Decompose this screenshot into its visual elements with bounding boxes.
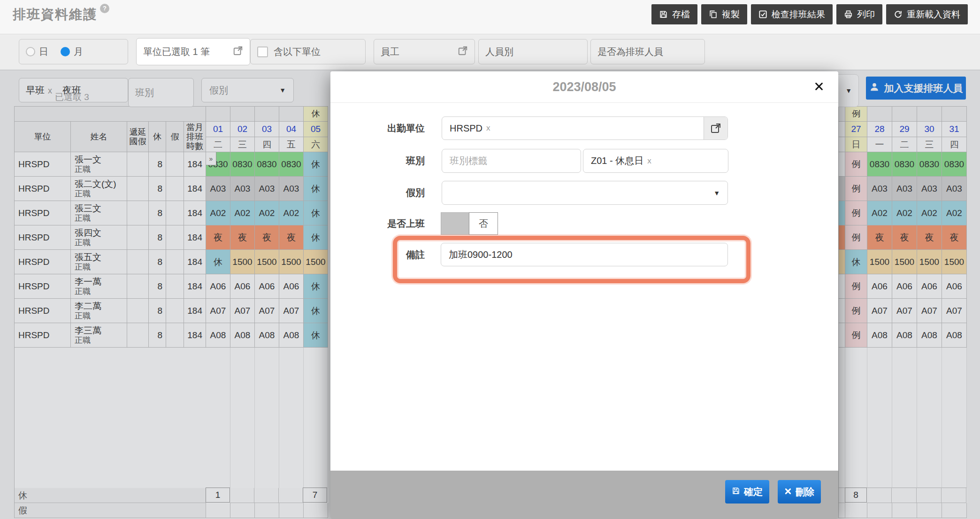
- schedule-cell[interactable]: 例: [845, 299, 867, 323]
- shift-tag-input[interactable]: 班別標籤: [442, 149, 581, 173]
- leave-type-dropdown[interactable]: 假別 ▼: [201, 78, 294, 102]
- schedule-cell[interactable]: A03: [942, 177, 967, 201]
- schedule-cell[interactable]: A02: [942, 201, 967, 225]
- schedule-cell[interactable]: A06: [942, 274, 967, 299]
- day-number-header[interactable]: 04: [279, 122, 304, 137]
- schedule-cell[interactable]: A02: [279, 201, 304, 225]
- external-link-icon[interactable]: [704, 117, 727, 139]
- add-support-staff-button[interactable]: 加入支援排班人員: [866, 77, 966, 100]
- schedule-cell[interactable]: A06: [255, 274, 279, 299]
- schedule-cell[interactable]: A03: [917, 177, 942, 201]
- day-number-header[interactable]: 27: [845, 122, 867, 137]
- print-button[interactable]: 列印: [836, 4, 882, 24]
- person-type-selector[interactable]: 人員別: [478, 39, 588, 64]
- schedule-cell[interactable]: A06: [206, 274, 230, 299]
- schedule-cell[interactable]: 0830: [917, 152, 942, 177]
- schedule-cell[interactable]: A06: [230, 274, 255, 299]
- schedule-cell[interactable]: A07: [892, 299, 917, 323]
- schedule-cell[interactable]: A07: [206, 299, 230, 323]
- schedule-cell[interactable]: 例: [845, 177, 867, 201]
- external-link-icon[interactable]: [458, 46, 468, 58]
- help-icon[interactable]: ?: [100, 4, 109, 13]
- is-scheduler-selector[interactable]: 是否為排班人員: [590, 39, 705, 64]
- day-number-header[interactable]: 29: [892, 122, 917, 137]
- schedule-cell[interactable]: A02: [917, 201, 942, 225]
- schedule-cell[interactable]: A03: [867, 177, 892, 201]
- day-number-header[interactable]: 03: [255, 122, 279, 137]
- schedule-cell[interactable]: 1500: [867, 250, 892, 274]
- schedule-cell[interactable]: 例: [845, 201, 867, 225]
- schedule-cell[interactable]: 0830: [867, 152, 892, 177]
- schedule-cell[interactable]: 休: [304, 299, 328, 323]
- schedule-cell[interactable]: 夜: [942, 225, 967, 250]
- schedule-cell[interactable]: 休: [304, 323, 328, 348]
- schedule-cell[interactable]: A08: [917, 323, 942, 348]
- schedule-cell[interactable]: 1500: [942, 250, 967, 274]
- schedule-cell[interactable]: 0830: [230, 152, 255, 177]
- day-number-header[interactable]: 02: [230, 122, 255, 137]
- schedule-cell[interactable]: 例: [845, 152, 867, 177]
- save-button[interactable]: 存檔: [651, 4, 697, 24]
- schedule-cell[interactable]: 夜: [279, 225, 304, 250]
- schedule-cell[interactable]: 夜: [917, 225, 942, 250]
- schedule-cell[interactable]: 夜: [867, 225, 892, 250]
- schedule-cell[interactable]: A02: [867, 201, 892, 225]
- shift-code-field[interactable]: Z01 - 休息日 x: [583, 149, 728, 173]
- schedule-cell[interactable]: A02: [892, 201, 917, 225]
- external-link-icon[interactable]: [233, 46, 243, 58]
- schedule-cell[interactable]: A03: [279, 177, 304, 201]
- schedule-cell[interactable]: 0830»: [206, 152, 230, 177]
- schedule-cell[interactable]: A08: [206, 323, 230, 348]
- schedule-cell[interactable]: A07: [867, 299, 892, 323]
- schedule-cell[interactable]: A03: [892, 177, 917, 201]
- schedule-cell[interactable]: A02: [230, 201, 255, 225]
- schedule-cell[interactable]: A06: [279, 274, 304, 299]
- close-icon[interactable]: [812, 79, 826, 93]
- schedule-cell[interactable]: A07: [917, 299, 942, 323]
- schedule-cell[interactable]: 休: [304, 152, 328, 177]
- schedule-cell[interactable]: A06: [867, 274, 892, 299]
- schedule-cell[interactable]: A08: [942, 323, 967, 348]
- schedule-cell[interactable]: 1500: [917, 250, 942, 274]
- remove-tag-icon[interactable]: x: [486, 124, 490, 133]
- check-schedule-button[interactable]: 檢查排班結果: [751, 4, 833, 24]
- schedule-cell[interactable]: 1500: [230, 250, 255, 274]
- schedule-cell[interactable]: A03: [230, 177, 255, 201]
- schedule-cell[interactable]: A03: [206, 177, 230, 201]
- schedule-cell[interactable]: 1500: [892, 250, 917, 274]
- schedule-cell[interactable]: 0830: [255, 152, 279, 177]
- schedule-cell[interactable]: A02: [255, 201, 279, 225]
- reload-button[interactable]: 重新載入資料: [886, 4, 968, 24]
- schedule-cell[interactable]: 休: [304, 225, 328, 250]
- remove-tag-icon[interactable]: x: [48, 86, 52, 95]
- schedule-cell[interactable]: 休: [845, 250, 867, 274]
- schedule-cell[interactable]: 夜: [206, 225, 230, 250]
- schedule-cell[interactable]: 例: [845, 274, 867, 299]
- confirm-button[interactable]: 確定: [725, 480, 769, 504]
- day-number-header[interactable]: 01: [206, 122, 230, 137]
- day-number-header[interactable]: 30: [917, 122, 942, 137]
- tag-morning-shift[interactable]: 早班x: [26, 84, 52, 97]
- schedule-cell[interactable]: 0830: [942, 152, 967, 177]
- checkbox-icon[interactable]: [257, 46, 268, 57]
- schedule-cell[interactable]: A07: [279, 299, 304, 323]
- radio-month[interactable]: 月: [61, 46, 83, 58]
- schedule-cell[interactable]: 休: [304, 274, 328, 299]
- schedule-cell[interactable]: A08: [230, 323, 255, 348]
- schedule-cell[interactable]: 夜: [255, 225, 279, 250]
- radio-day[interactable]: 日: [26, 46, 48, 58]
- note-input[interactable]: 加班0900-1200: [441, 243, 728, 266]
- leave-type-dropdown[interactable]: ▼: [442, 181, 728, 205]
- delete-button[interactable]: 刪除: [778, 480, 821, 504]
- schedule-cell[interactable]: A07: [230, 299, 255, 323]
- employee-selector[interactable]: 員工: [374, 39, 475, 64]
- schedule-cell[interactable]: 休: [206, 250, 230, 274]
- schedule-cell[interactable]: A07: [942, 299, 967, 323]
- schedule-cell[interactable]: 1500: [255, 250, 279, 274]
- day-number-header[interactable]: 31: [942, 122, 967, 137]
- schedule-cell[interactable]: 1500: [304, 250, 328, 274]
- schedule-cell[interactable]: 0830: [279, 152, 304, 177]
- day-number-header[interactable]: 05: [304, 122, 328, 137]
- schedule-cell[interactable]: 0830: [892, 152, 917, 177]
- attendance-unit-field[interactable]: HRSPD x: [442, 116, 728, 140]
